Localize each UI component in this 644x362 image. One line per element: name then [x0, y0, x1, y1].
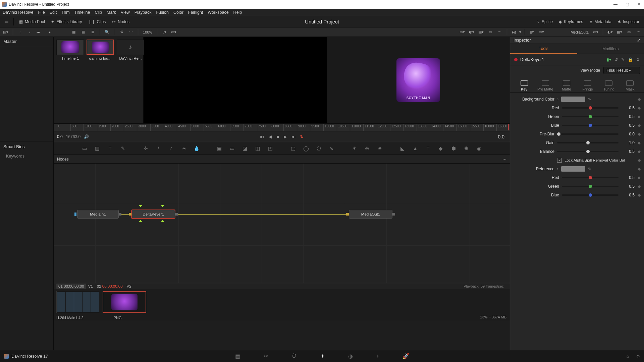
panel-toggle-icon[interactable]: ▭ [3, 18, 10, 25]
audio-icon[interactable]: 🔊 [84, 134, 89, 139]
tool-crop-icon[interactable]: ◰ [266, 144, 274, 153]
fit-chevron-icon[interactable]: ▾ [519, 30, 521, 34]
menu-item[interactable]: Edit [50, 10, 57, 15]
menu-item[interactable]: Timeline [74, 10, 90, 15]
tool-fastnoise-icon[interactable]: ▨ [93, 144, 101, 153]
clip-tab[interactable]: 01 00:00:00:00 [56, 284, 86, 289]
param-slider[interactable] [562, 107, 619, 109]
tool-transform-icon[interactable]: ▭ [228, 144, 236, 153]
menu-item[interactable]: Playback [135, 10, 152, 15]
param-value[interactable]: 0.5 [621, 106, 635, 110]
keyframe-icon[interactable]: ◆ [637, 114, 641, 119]
node-port-out[interactable] [119, 213, 121, 216]
eyedropper-icon[interactable]: ✎ [588, 97, 591, 102]
tab-tools[interactable]: Tools [510, 44, 577, 54]
keyframe-icon[interactable]: ◆ [637, 140, 641, 145]
menu-item[interactable]: View [121, 10, 130, 15]
viewer-more-icon[interactable]: ⋯ [635, 28, 642, 36]
eyedropper-icon[interactable]: ✎ [588, 167, 591, 171]
nodes-button[interactable]: ⊶ Nodes [110, 19, 131, 25]
tool-bspline-icon[interactable]: ∿ [327, 144, 335, 153]
layout-b-icon[interactable]: ▯▾ [528, 28, 536, 36]
tool-color-icon[interactable]: ☀ [180, 144, 188, 153]
menu-item[interactable]: Clip [95, 10, 102, 15]
layout-icon[interactable]: ▭▾ [170, 28, 177, 36]
media-pool-button[interactable]: ▦ Media Pool [17, 19, 47, 25]
close-icon[interactable]: ✕ [637, 2, 641, 7]
loop-icon[interactable]: ↻ [300, 134, 304, 139]
tool-tab-mask[interactable]: Mask [620, 80, 641, 91]
options-icon[interactable]: ⋯ [127, 28, 135, 36]
clip-thumb[interactable] [56, 291, 100, 313]
keyframe-icon[interactable]: ◆ [637, 158, 641, 163]
viewer-node-chevron-icon[interactable]: ▭▾ [592, 28, 599, 36]
search-icon[interactable]: 🔍 [103, 28, 111, 36]
menu-item[interactable]: Fusion [156, 10, 169, 15]
color-icon[interactable]: ◐▾ [468, 28, 475, 36]
split-view-icon[interactable]: ▯▾ [161, 28, 168, 36]
tab-modifiers[interactable]: Modifiers [577, 45, 644, 53]
viewer-grid-icon[interactable]: ▦▾ [616, 28, 623, 36]
nodes-options-icon[interactable]: ⋯ [502, 157, 506, 162]
page-media-icon[interactable]: ▦ [235, 353, 240, 359]
tool-render3d-icon[interactable]: ◉ [475, 144, 483, 153]
viewer-a[interactable] [144, 37, 327, 123]
stop-icon[interactable]: ■ [276, 134, 279, 139]
node-mediaout[interactable]: MediaOut1 [349, 210, 392, 219]
tool-light-icon[interactable]: ✺ [462, 144, 470, 153]
param-slider[interactable] [562, 177, 619, 178]
keyframe-icon[interactable]: ◆ [637, 167, 641, 171]
tool-prender-icon[interactable]: ❋ [363, 144, 371, 153]
time-ruler[interactable]: 0 500 1000 1500 2000 2500 3000 3500 4000… [54, 123, 510, 131]
guide-icon[interactable]: ▭ [487, 28, 494, 36]
viewer-b[interactable]: SCYTHE MAN [327, 37, 510, 123]
param-swatch[interactable] [561, 166, 585, 172]
node-enable-icon[interactable] [514, 58, 518, 61]
keyframe-icon[interactable]: ◆ [637, 97, 641, 102]
param-slider[interactable] [562, 125, 619, 126]
node-port-in[interactable] [346, 213, 349, 216]
keyframe-icon[interactable]: ◆ [637, 149, 641, 154]
inspector-node-name[interactable]: DeltaKeyer1 [520, 57, 544, 62]
param-slider[interactable] [557, 142, 619, 143]
tool-merge3d-icon[interactable]: ⬢ [449, 144, 458, 153]
keyframe-icon[interactable]: ◆ [637, 132, 641, 136]
param-value[interactable]: 0.0 [621, 132, 635, 136]
node-deltakeyer[interactable]: DeltaKeyer1 [131, 210, 175, 219]
tool-tab-matte[interactable]: Matte [556, 80, 577, 91]
param-slider[interactable] [557, 151, 619, 152]
param-value[interactable]: 0.5 [621, 123, 635, 128]
clips-button[interactable]: ❙❙ Clips [86, 19, 108, 25]
media-thumb[interactable] [87, 40, 114, 55]
tool-tab-tuning[interactable]: Tuning [598, 80, 620, 91]
tool-channels-icon[interactable]: ⁄ [167, 144, 175, 153]
menu-item[interactable]: Mark [107, 10, 116, 15]
page-color-icon[interactable]: ◑ [348, 353, 353, 359]
go-start-icon[interactable]: ⏮ [260, 134, 264, 139]
go-end-icon[interactable]: ⏭ [291, 134, 296, 139]
tool-background-icon[interactable]: ▭ [80, 144, 89, 153]
keyframe-icon[interactable]: ◆ [637, 184, 641, 189]
clip-tab[interactable]: 02 00:00:00:00 [95, 284, 125, 289]
inspector-button[interactable]: ✱ Inspector [615, 19, 641, 25]
ruler-end-marker[interactable] [508, 124, 509, 130]
tool-ellipse-icon[interactable]: ◯ [302, 144, 310, 153]
node-port-out[interactable] [175, 213, 178, 216]
page-fairlight-icon[interactable]: ♪ [376, 353, 379, 359]
menu-item[interactable]: Workspace [208, 10, 228, 15]
media-thumb[interactable] [56, 40, 84, 55]
param-value[interactable]: 0.5 [621, 184, 635, 189]
keyframe-icon[interactable]: ◆ [637, 123, 641, 128]
param-value[interactable]: 0.5 [621, 175, 635, 180]
viewer-options-icon[interactable]: ⋯ [496, 28, 503, 36]
menu-item[interactable]: DaVinci Resolve [3, 10, 33, 15]
settings-icon[interactable]: ⚙ [636, 57, 640, 62]
tool-image3d-icon[interactable]: ▲ [411, 144, 419, 153]
param-value[interactable]: 0.5 [621, 149, 635, 154]
grid-icon[interactable]: ▦▾ [477, 28, 485, 36]
node-port-in[interactable] [129, 213, 131, 216]
effects-library-button[interactable]: ✦ Effects Library [49, 19, 84, 25]
spline-button[interactable]: ∿ Spline [534, 19, 555, 25]
page-cut-icon[interactable]: ✂ [264, 353, 268, 359]
viewer-guide-icon[interactable]: ▭ [625, 28, 633, 36]
